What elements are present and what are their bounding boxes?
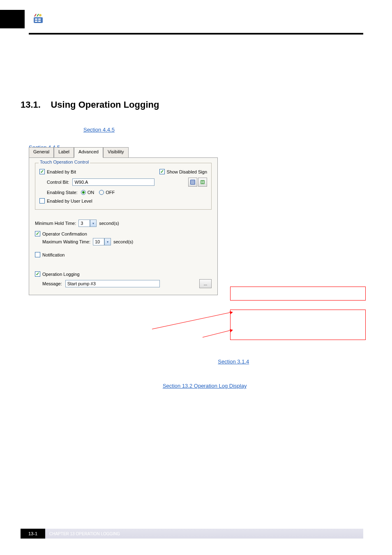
link-section-132[interactable]: Section 13.2 Operation Log Display	[163, 383, 247, 389]
svg-rect-7	[191, 180, 192, 181]
label-seconds-1: second(s)	[99, 221, 119, 226]
chevron-down-icon: ▾	[107, 240, 108, 244]
svg-rect-4	[38, 21, 41, 22]
header-chapter-number: 13	[367, 14, 376, 23]
annotation-message: The message to show in the Operation Log…	[230, 310, 366, 340]
chapter-intro: The Panel can monitor specified touch op…	[29, 71, 363, 87]
input-max-wait[interactable]	[93, 238, 104, 245]
input-min-hold[interactable]	[78, 220, 90, 227]
label-max-wait: Maximum Waiting Time:	[42, 239, 90, 244]
section-number: 13.1.	[21, 99, 41, 110]
label-operator-confirm: Operator Confirmation	[42, 231, 87, 236]
spin-max-wait[interactable]: ▾	[104, 238, 111, 245]
tag-icon-button[interactable]	[198, 178, 207, 187]
label-seconds-2: second(s)	[113, 239, 133, 244]
link-section-314[interactable]: Section 3.1.4	[218, 358, 249, 365]
link-section-445[interactable]: Section 4.4.5	[83, 127, 115, 133]
svg-rect-3	[35, 21, 37, 22]
svg-rect-11	[192, 182, 193, 183]
annotation-checkbox: Check this option so the operation of th…	[230, 287, 366, 301]
group-touch-operation: Touch Operation Control Enabled by Bit S…	[35, 163, 212, 210]
page-footer: 13-1 CHAPTER 13 OPERATION LOGGING	[21, 529, 363, 539]
label-show-disabled: Show Disabled Sign	[167, 169, 207, 174]
label-enabling-state: Enabling State:	[47, 190, 78, 195]
post-paragraph-1: To decide the size of the memory allocat…	[29, 358, 363, 374]
header-divider	[29, 33, 363, 35]
radio-off[interactable]	[99, 190, 104, 195]
label-enabled-user-level: Enabled by User Level	[47, 199, 92, 204]
label-off: OFF	[106, 190, 115, 195]
section-heading: Using Operation Logging	[51, 99, 159, 110]
tab-visibility[interactable]: Visibility	[103, 147, 129, 158]
app-icon	[33, 13, 44, 25]
tab-general[interactable]: General	[29, 147, 54, 158]
svg-rect-12	[194, 182, 194, 183]
section-title: 13.1. Using Operation Logging	[21, 99, 363, 110]
svg-rect-9	[194, 180, 194, 181]
chapter-title: CHAPTER 13 OPERATION LOGGING	[29, 47, 363, 63]
svg-rect-10	[191, 182, 192, 183]
checkbox-notification[interactable]	[35, 252, 40, 257]
svg-rect-13	[191, 183, 192, 184]
chevron-down-icon: ▾	[92, 222, 94, 225]
svg-rect-0	[34, 17, 43, 23]
input-message[interactable]	[65, 280, 160, 287]
checkbox-show-disabled[interactable]	[159, 169, 165, 174]
svg-point-5	[39, 14, 42, 16]
label-notification: Notification	[42, 252, 65, 257]
svg-rect-8	[192, 180, 193, 181]
svg-rect-14	[192, 183, 193, 184]
label-on: ON	[88, 190, 95, 195]
label-message: Message:	[42, 281, 62, 286]
keypad-icon-button[interactable]	[188, 178, 197, 187]
svg-rect-2	[38, 18, 41, 20]
footer-page-number: 13-1	[21, 529, 45, 539]
label-control-bit: Control Bit:	[47, 180, 69, 185]
checkbox-operator-confirm[interactable]	[35, 231, 40, 236]
label-min-hold: Minimum Hold Time:	[35, 221, 76, 226]
footer-chapter-label: CHAPTER 13 OPERATION LOGGING	[45, 529, 363, 539]
checkbox-enabled-by-bit[interactable]	[39, 169, 45, 174]
radio-on[interactable]	[81, 190, 86, 195]
input-control-bit[interactable]	[72, 178, 154, 186]
label-enabled-by-bit: Enabled by Bit	[47, 169, 76, 174]
svg-rect-15	[194, 183, 194, 184]
page-header-black-box	[0, 10, 25, 28]
paragraph-1: To enable operation logging, you need to…	[29, 118, 363, 142]
tab-label[interactable]: Label	[54, 147, 74, 158]
label-operation-logging: Operation Logging	[42, 272, 80, 277]
checkbox-operation-logging[interactable]	[35, 271, 40, 277]
message-browse-button[interactable]: ...	[199, 279, 212, 288]
post-paragraph-2: To display a list of operation logs in r…	[29, 382, 363, 390]
checkbox-enabled-user-level[interactable]	[39, 198, 45, 204]
tab-advanced[interactable]: Advanced	[74, 147, 103, 158]
group-title-touch: Touch Operation Control	[39, 160, 90, 164]
object-dialog: General Label Advanced Visibility Touch …	[29, 147, 218, 353]
svg-rect-1	[35, 18, 37, 20]
spin-min-hold[interactable]: ▾	[90, 220, 97, 227]
